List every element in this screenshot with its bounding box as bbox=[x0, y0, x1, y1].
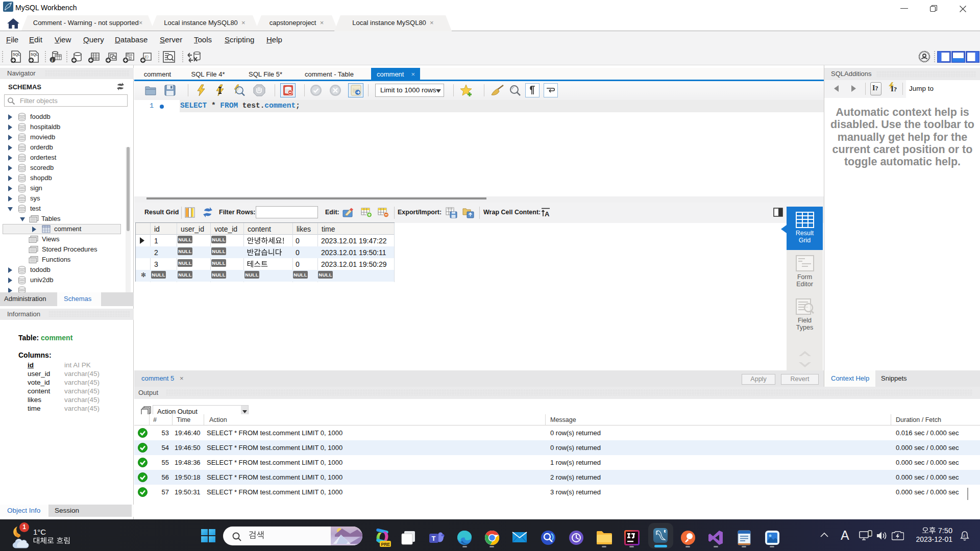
svg-text:T: T bbox=[432, 535, 436, 542]
svg-text:A: A bbox=[545, 210, 550, 217]
svg-text:SQL: SQL bbox=[13, 53, 20, 57]
svg-text:PRE: PRE bbox=[381, 542, 390, 547]
svg-text:z: z bbox=[963, 533, 965, 538]
svg-text:f(): f() bbox=[144, 55, 149, 59]
svg-text:SQL: SQL bbox=[31, 53, 38, 57]
